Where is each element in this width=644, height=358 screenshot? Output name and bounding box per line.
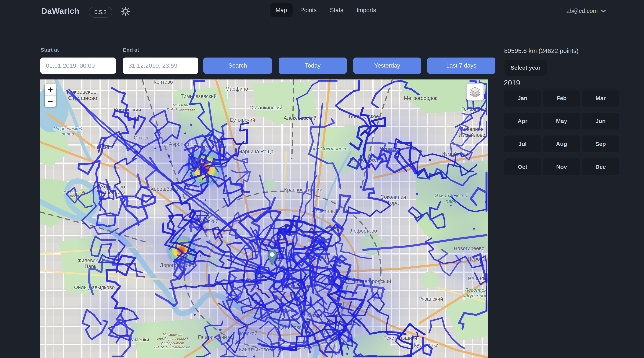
map-pin-icon[interactable] bbox=[268, 249, 277, 265]
app-logo: DaWarIch bbox=[41, 6, 80, 16]
version-badge: 0.5.2 bbox=[89, 7, 112, 17]
month-jun-button[interactable]: Jun bbox=[582, 113, 619, 129]
month-apr-button[interactable]: Apr bbox=[504, 113, 541, 129]
last-7-days-button[interactable]: Last 7 days bbox=[427, 57, 496, 74]
month-may-button[interactable]: May bbox=[543, 113, 580, 129]
month-aug-button[interactable]: Aug bbox=[543, 136, 580, 152]
app: DaWarIch 0.5.2 MapPointsStatsImports ab@… bbox=[0, 0, 644, 358]
user-menu[interactable]: ab@cd.com bbox=[566, 7, 606, 14]
month-nov-button[interactable]: Nov bbox=[543, 158, 580, 175]
chevron-down-icon bbox=[601, 9, 606, 13]
tab-stats[interactable]: Stats bbox=[324, 3, 349, 17]
month-mar-button[interactable]: Mar bbox=[582, 90, 619, 107]
select-year-button[interactable]: Select year bbox=[504, 60, 546, 76]
month-sep-button[interactable]: Sep bbox=[582, 136, 619, 152]
layers-icon bbox=[469, 86, 481, 98]
end-at-label: End at bbox=[123, 47, 139, 53]
map-label: Метрогородок bbox=[404, 95, 437, 101]
map-label: Марфино bbox=[225, 86, 248, 92]
month-dec-button[interactable]: Dec bbox=[582, 158, 619, 175]
month-jul-button[interactable]: Jul bbox=[504, 136, 541, 152]
month-grid: JanFebMarAprMayJunJulAugSepOctNovDec bbox=[504, 90, 619, 175]
distance-stats: 80595.6 km (24622 points) bbox=[504, 47, 578, 54]
zoom-in-button[interactable]: + bbox=[45, 84, 56, 95]
map-zoom-control: + − bbox=[44, 84, 56, 107]
start-at-label: Start at bbox=[40, 47, 59, 53]
tab-map[interactable]: Map bbox=[270, 3, 292, 17]
year-heading: 2019 bbox=[504, 79, 520, 87]
month-jan-button[interactable]: Jan bbox=[504, 90, 541, 107]
end-at-input[interactable] bbox=[123, 57, 198, 74]
month-oct-button[interactable]: Oct bbox=[504, 158, 541, 175]
theme-toggle-sun-icon[interactable] bbox=[120, 6, 131, 17]
search-button[interactable]: Search bbox=[203, 57, 272, 74]
tab-imports[interactable]: Imports bbox=[351, 3, 382, 17]
sidebar-divider bbox=[504, 182, 618, 182]
user-email: ab@cd.com bbox=[566, 7, 598, 14]
map-label: Останкинский bbox=[250, 105, 282, 111]
yesterday-button[interactable]: Yesterday bbox=[353, 57, 421, 74]
main-nav: MapPointsStatsImports bbox=[270, 3, 382, 17]
map-label: Тимирязевский bbox=[180, 93, 217, 99]
today-button[interactable]: Today bbox=[278, 57, 347, 74]
tab-points[interactable]: Points bbox=[294, 3, 322, 17]
map[interactable]: КоптевоПокровское-СтрешневоТимирязевский… bbox=[40, 79, 488, 358]
zoom-out-button[interactable]: − bbox=[45, 95, 56, 107]
month-feb-button[interactable]: Feb bbox=[543, 90, 580, 107]
layers-control[interactable] bbox=[466, 83, 484, 101]
map-label: Коптево bbox=[154, 79, 173, 85]
start-at-input[interactable] bbox=[40, 57, 116, 74]
